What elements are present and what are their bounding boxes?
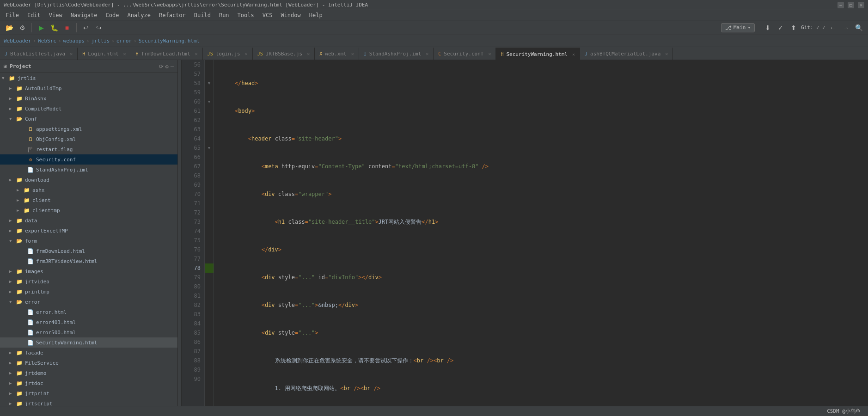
tree-item-ashx[interactable]: ▶ 📁 ashx xyxy=(0,185,177,195)
gutter-60: ▼ xyxy=(205,97,214,106)
tree-item-compilemodel[interactable]: ▶ 📁 CompileModel xyxy=(0,104,177,114)
tab-close-icon-1[interactable]: ✕ xyxy=(70,51,73,56)
collapse-icon[interactable]: — xyxy=(171,63,174,70)
tree-item-fileservice[interactable]: ▶ 📁 FileService xyxy=(0,358,177,368)
tab-close-icon-5[interactable]: ✕ xyxy=(307,51,310,56)
tab-ashbtqc[interactable]: J ashBTQCMaterialLot.java ✕ xyxy=(580,48,673,60)
tree-item-data[interactable]: ▶ 📁 data xyxy=(0,215,177,226)
tree-item-appsettings[interactable]: 🗒 appsettings.xml xyxy=(0,124,177,134)
undo-btn[interactable]: ↩ xyxy=(80,22,92,33)
menu-file[interactable]: File xyxy=(2,11,23,19)
menu-build[interactable]: Build xyxy=(190,11,214,19)
menu-run[interactable]: Run xyxy=(215,11,233,19)
tree-item-jrtprint[interactable]: ▶ 📁 jrtprint xyxy=(0,388,177,398)
tab-close-icon-7[interactable]: ✕ xyxy=(426,51,428,56)
settings-btn[interactable]: ⚙ xyxy=(17,22,28,33)
nav-webloader[interactable]: WebLoader xyxy=(4,38,31,44)
tab-close-icon-6[interactable]: ✕ xyxy=(351,51,354,56)
menu-code[interactable]: Code xyxy=(102,11,123,19)
vcs-push-btn[interactable]: ⬆ xyxy=(788,22,799,33)
tree-item-frmjrtvideoview[interactable]: 📄 frmJRTVideoView.html xyxy=(0,256,177,266)
debug-btn[interactable]: 🐛 xyxy=(49,22,60,33)
tree-item-client[interactable]: ▶ 📁 client xyxy=(0,195,177,205)
tree-item-clienttmp[interactable]: ▶ 📁 clienttmp xyxy=(0,205,177,215)
menu-refactor[interactable]: Refactor xyxy=(155,11,189,19)
tab-blacklisttest[interactable]: J BlackListTest.java ✕ xyxy=(0,48,78,60)
tree-item-jrtlis[interactable]: ▼ 📁 jrtlis xyxy=(0,73,177,83)
tree-item-error-html[interactable]: 📄 error.html xyxy=(0,307,177,317)
stop-btn[interactable]: ■ xyxy=(61,22,73,33)
tree-item-error[interactable]: ▼ 📂 error xyxy=(0,297,177,307)
tab-close-icon-2[interactable]: ✕ xyxy=(123,51,126,56)
tab-security-conf[interactable]: C Security.conf ✕ xyxy=(434,48,496,60)
nav-security-warning[interactable]: SecurityWarning.html xyxy=(139,38,200,44)
tree-item-exportexceltmp[interactable]: ▶ 📁 exportExcelTMP xyxy=(0,226,177,236)
tree-item-error403[interactable]: 📄 error403.html xyxy=(0,317,177,327)
menu-tools[interactable]: Tools xyxy=(234,11,258,19)
ln-67: 67 xyxy=(185,162,201,171)
back-btn[interactable]: ← xyxy=(827,22,838,33)
tree-label-binashx: BinAshx xyxy=(25,96,46,102)
ln-68: 68 xyxy=(185,171,201,180)
menu-help[interactable]: Help xyxy=(306,11,326,19)
open-folder-btn[interactable]: 📂 xyxy=(4,22,15,33)
tree-item-printtmp[interactable]: ▶ 📁 printtmp xyxy=(0,287,177,297)
folder-icon-client: 📁 xyxy=(23,196,31,204)
tree-item-jrtdoc[interactable]: ▶ 📁 jrtdoc xyxy=(0,378,177,388)
menu-navigate[interactable]: Navigate xyxy=(67,11,101,19)
tab-jrtbsbase[interactable]: JS JRTBSBase.js ✕ xyxy=(253,48,315,60)
tree-item-security-conf[interactable]: ⚙ Security.conf xyxy=(0,154,177,165)
maximize-btn[interactable]: □ xyxy=(848,2,854,8)
nav-webapps[interactable]: webapps xyxy=(63,38,85,44)
tab-close-icon-8[interactable]: ✕ xyxy=(488,51,491,56)
tree-item-conf[interactable]: ▼ 📂 Conf xyxy=(0,114,177,124)
code-editor[interactable]: 56 57 58 59 60 61 62 63 64 65 66 67 68 6… xyxy=(178,60,868,416)
minimize-btn[interactable]: — xyxy=(837,2,844,8)
forward-btn[interactable]: → xyxy=(840,22,851,33)
menu-window[interactable]: Window xyxy=(277,11,304,19)
branch-selector[interactable]: ⎇ Main ▾ xyxy=(721,23,755,32)
tree-item-standashxproj[interactable]: 📄 StandAshxProj.iml xyxy=(0,165,177,175)
menu-view[interactable]: View xyxy=(45,11,66,19)
tree-item-security-warning[interactable]: 📄 SecurityWarning.html xyxy=(0,337,177,348)
tab-frmdownload[interactable]: H frmDownLoad.html ✕ xyxy=(131,48,203,60)
tree-item-jrtdemo[interactable]: ▶ 📁 jrtdemo xyxy=(0,368,177,378)
tree-item-frmdownload[interactable]: 📄 frmDownLoad.html xyxy=(0,246,177,256)
nav-error[interactable]: error xyxy=(116,38,132,44)
tab-standashxproj[interactable]: I StandAshxProj.iml ✕ xyxy=(359,48,434,60)
tab-close-icon-4[interactable]: ✕ xyxy=(245,51,248,56)
gutter-78 xyxy=(205,263,214,273)
tree-item-jrtvideo[interactable]: ▶ 📁 jrtvideo xyxy=(0,276,177,287)
nav-websrc[interactable]: WebSrc xyxy=(38,38,56,44)
sync-icon[interactable]: ⟳ xyxy=(159,63,164,70)
tab-web-xml[interactable]: X web.xml ✕ xyxy=(315,48,359,60)
menu-vcs[interactable]: VCS xyxy=(259,11,276,19)
tab-close-icon-10[interactable]: ✕ xyxy=(665,51,668,56)
vcs-commit-btn[interactable]: ✓ xyxy=(775,22,786,33)
redo-btn[interactable]: ↪ xyxy=(93,22,104,33)
menu-analyze[interactable]: Analyze xyxy=(123,11,154,19)
tree-item-autobuildtmp[interactable]: ▶ 📁 AutoBuildTmp xyxy=(0,83,177,93)
tree-item-restart[interactable]: 🏴 restart.flag xyxy=(0,144,177,154)
search-everywhere-btn[interactable]: 🔍 xyxy=(853,22,864,33)
folder-icon-download: 📁 xyxy=(16,176,23,184)
menu-edit[interactable]: Edit xyxy=(24,11,44,19)
tree-item-images[interactable]: ▶ 📁 images xyxy=(0,266,177,276)
tab-security-warning[interactable]: H SecurityWarning.html ✕ xyxy=(496,48,580,60)
tree-item-form[interactable]: ▼ 📂 form xyxy=(0,236,177,246)
code-lines[interactable]: </head> <body> <header class="site-heade… xyxy=(214,60,868,416)
run-btn[interactable]: ▶ xyxy=(36,22,47,33)
tab-login-js[interactable]: JS login.js ✕ xyxy=(203,48,253,60)
tree-item-objconfig[interactable]: 🗒 ObjConfig.xml xyxy=(0,134,177,144)
vcs-update-btn[interactable]: ⬇ xyxy=(762,22,773,33)
tree-item-facade[interactable]: ▶ 📁 facade xyxy=(0,348,177,358)
tree-item-download[interactable]: ▶ 📁 download xyxy=(0,175,177,185)
settings-icon[interactable]: ⚙ xyxy=(165,63,169,70)
tree-item-binashx[interactable]: ▶ 📁 BinAshx xyxy=(0,93,177,104)
tab-close-icon-3[interactable]: ✕ xyxy=(195,51,198,56)
tab-close-icon-9[interactable]: ✕ xyxy=(572,52,575,57)
nav-jrtlis[interactable]: jrtlis xyxy=(92,38,110,44)
tab-login-html[interactable]: H Login.html ✕ xyxy=(78,48,131,60)
tree-item-error500[interactable]: 📄 error500.html xyxy=(0,327,177,337)
close-btn[interactable]: ✕ xyxy=(858,2,864,8)
